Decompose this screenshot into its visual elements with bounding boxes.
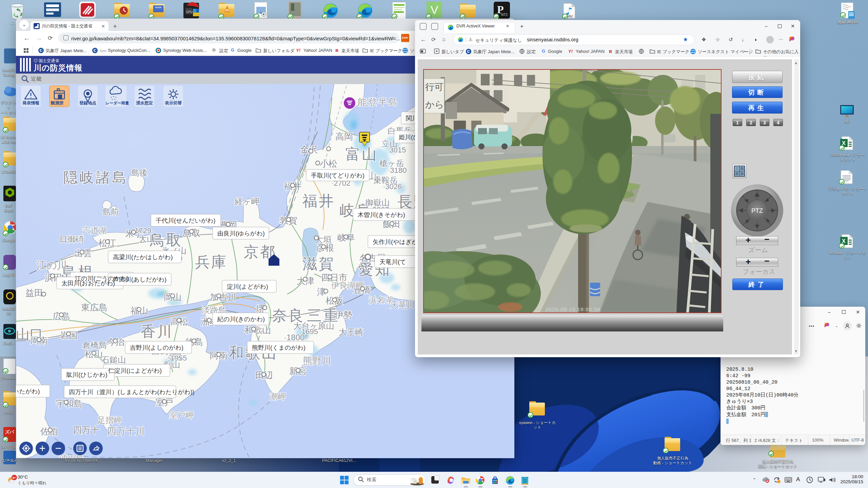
svg-text:金沢: 金沢 [300, 144, 318, 155]
svg-text:宇和島: 宇和島 [56, 399, 82, 409]
svg-text:·3015: ·3015 [387, 146, 406, 154]
svg-text:2025-08-15 18:00:58: 2025-08-15 18:00:58 [545, 306, 600, 312]
svg-text:潮岬: 潮岬 [270, 392, 286, 401]
svg-text:天竜川(て: 天竜川(て [379, 259, 406, 265]
svg-text:滋賀: 滋賀 [302, 255, 335, 272]
svg-text:能登半島: 能登半島 [358, 97, 398, 107]
svg-text:日御碕: 日御碕 [59, 235, 84, 244]
svg-text:肱川(ひじかわ): 肱川(ひじかわ) [66, 371, 107, 378]
svg-text:東広島: 東広島 [81, 302, 107, 312]
svg-text:手取川(てどりがわ): 手取川(てどりがわ) [311, 172, 364, 179]
svg-text:経ヶ岬: 経ヶ岬 [234, 197, 259, 206]
svg-text:熊野川(くまのがわ): 熊野川(くまのがわ) [252, 344, 305, 351]
svg-text:福井: 福井 [302, 192, 335, 209]
svg-text:レーダー雨量: レーダー雨量 [105, 101, 129, 105]
svg-text:石鎚山: 石鎚山 [101, 355, 126, 364]
svg-text:高梁川(たかはしがわ): 高梁川(たかはしがわ) [113, 254, 173, 261]
svg-text:吉野川(よしのがわ): 吉野川(よしのがわ) [130, 344, 183, 351]
svg-text:PTZ: PTZ [751, 207, 763, 214]
svg-text:CPU: CPU [186, 10, 193, 14]
svg-text:島前: 島前 [102, 207, 119, 216]
svg-text:四万十川（渡川）(しまんとがわ(わたりがわ)): 四万十川（渡川）(しまんとがわ(わたりがわ)) [69, 389, 195, 395]
svg-text:発表情報: 発表情報 [22, 101, 40, 105]
svg-text:浜名湖: 浜名湖 [369, 295, 393, 304]
svg-text:室戸岬: 室戸岬 [169, 410, 194, 420]
svg-text:四万十: 四万十 [73, 425, 99, 435]
svg-text:芦田川(あしだがわ): 芦田川(あしだがわ) [113, 276, 166, 283]
svg-text:1695: 1695 [301, 327, 318, 336]
svg-text:和歌山: 和歌山 [244, 325, 271, 335]
svg-text:9+: 9+ [13, 476, 16, 480]
svg-text:富山: 富山 [346, 146, 378, 162]
svg-text:大王崎: 大王崎 [339, 327, 363, 337]
svg-text:木曽川(きそがわ): 木曽川(きそがわ) [358, 211, 405, 218]
svg-text:香川: 香川 [141, 323, 173, 340]
svg-text:仁淀川(によどがわ): 仁淀川(によどがわ) [108, 367, 162, 374]
svg-text:兵庫: 兵庫 [195, 253, 228, 270]
svg-text:高岡: 高岡 [335, 131, 353, 142]
svg-text:1729·: 1729· [135, 226, 154, 235]
svg-text:足摺岬: 足摺岬 [97, 415, 122, 425]
svg-text:小松: 小松 [320, 159, 337, 169]
svg-text:益田: 益田 [25, 288, 43, 298]
svg-text:江の川: 江の川 [36, 260, 67, 271]
svg-text:·3026: ·3026 [383, 182, 402, 191]
svg-text:天竜川: 天竜川 [390, 300, 415, 309]
svg-text:伊良湖岬: 伊良湖岬 [331, 281, 364, 290]
svg-text:観測所: 観測所 [51, 101, 64, 105]
svg-text:宍道湖: 宍道湖 [82, 226, 107, 235]
svg-text:·3180: ·3180 [388, 166, 407, 175]
svg-text:(おおいたがわ): (おおいたがわ) [16, 388, 40, 395]
svg-text:淀川(よどがわ): 淀川(よどがわ) [227, 283, 268, 290]
svg-text:四万十川: 四万十川 [107, 426, 145, 436]
svg-text:由良川(ゆらがわ): 由良川(ゆらがわ) [217, 230, 265, 237]
svg-text:太田川(おおたがわ): 太田川(おおたがわ) [61, 280, 115, 287]
svg-text:大山: 大山 [139, 234, 155, 243]
svg-text:伊勢: 伊勢 [335, 310, 352, 320]
svg-text:熊野川: 熊野川 [303, 355, 331, 366]
svg-text:島後: 島後 [131, 168, 147, 177]
svg-text:CAM5: CAM5 [426, 72, 440, 78]
svg-text:紀の川(きのかわ): 紀の川(きのかわ) [217, 316, 265, 323]
svg-text:加古川: 加古川 [210, 292, 236, 302]
svg-text:浸水想定: 浸水想定 [136, 101, 153, 105]
svg-text:倉橋島: 倉橋島 [82, 340, 107, 349]
svg-text:表示切替: 表示切替 [165, 101, 182, 105]
svg-text:千代川(せんだいがわ): 千代川(せんだいがわ) [156, 217, 216, 224]
svg-text:隠岐諸島: 隠岐諸島 [63, 169, 129, 185]
